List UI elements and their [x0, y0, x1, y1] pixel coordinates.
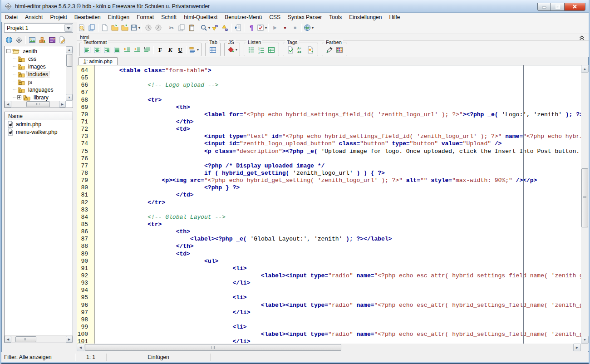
objects-button[interactable]: [37, 35, 47, 45]
collapse-icon[interactable]: [6, 49, 10, 53]
menu-tools[interactable]: Tools: [325, 13, 345, 21]
tree-scroll-down-icon[interactable]: ▼: [66, 94, 73, 101]
editor-scroll-up-icon[interactable]: ▲: [581, 65, 589, 73]
preview-browser-dropdown[interactable]: ▾: [312, 26, 314, 30]
open-folder-alt-button[interactable]: [120, 23, 130, 33]
preview-browser-button[interactable]: ▾: [303, 23, 314, 33]
list-ol-button[interactable]: 123: [256, 45, 266, 55]
tree-vertical-scrollbar[interactable]: ▲ ▼: [66, 46, 73, 101]
menu-schrift[interactable]: Schrift: [157, 13, 180, 21]
minimize-button[interactable]: [537, 3, 551, 11]
tree-scroll-up-icon[interactable]: ▲: [66, 46, 73, 53]
file-scroll-left-icon[interactable]: ◀: [5, 336, 11, 343]
image-button[interactable]: [27, 35, 37, 45]
paste-button[interactable]: [187, 23, 197, 33]
id-up-button[interactable]: ID: [220, 23, 230, 33]
editor-scroll-right-icon[interactable]: ▶: [573, 344, 581, 351]
tab-admin-php[interactable]: 1: admin.php: [79, 57, 118, 65]
menu-syntax-parser[interactable]: Syntax Parser: [284, 13, 325, 21]
editor-vertical-scrollbar[interactable]: ▲ ▼: [581, 65, 589, 344]
edit-page-button[interactable]: [57, 35, 67, 45]
file-scroll-right-icon[interactable]: ▶: [66, 336, 73, 343]
tag-insert-button[interactable]: [305, 45, 315, 55]
list-style-button[interactable]: ▾: [188, 45, 199, 55]
indent-button[interactable]: [132, 45, 142, 55]
menu-einstellungen[interactable]: Einstellungen: [345, 13, 385, 21]
menu-einf-gen[interactable]: Einfügen: [104, 13, 133, 21]
align-left-button[interactable]: [82, 45, 92, 55]
tree-scroll-left-icon[interactable]: ◀: [5, 101, 11, 108]
validate-button[interactable]: ▾: [256, 23, 267, 33]
maximize-button[interactable]: [551, 3, 565, 11]
js-script-button[interactable]: ▾: [227, 45, 237, 55]
editor-scroll-left-icon[interactable]: ◀: [77, 344, 84, 351]
list-table-button[interactable]: [266, 45, 276, 55]
search-button[interactable]: ▾: [200, 23, 210, 33]
bold-f-button[interactable]: F: [155, 45, 165, 55]
menu-ansicht[interactable]: Ansicht: [21, 13, 46, 21]
editor-scroll-down-icon[interactable]: ▼: [581, 336, 589, 344]
align-center-button[interactable]: [92, 45, 102, 55]
js-script-dropdown[interactable]: ▾: [236, 48, 237, 52]
project-selector-dropdown[interactable]: [64, 24, 72, 32]
code-viewer-button[interactable]: [47, 35, 57, 45]
file-item-menu-walker.php[interactable]: menu-walker.php: [5, 128, 73, 136]
copy-button[interactable]: [177, 23, 187, 33]
play-button[interactable]: ▶: [270, 23, 280, 33]
tree-item-library[interactable]: library: [5, 93, 66, 101]
code-editing-area[interactable]: <table class="form-table"> <!-- Logo upl…: [95, 65, 581, 344]
tree-item-images[interactable]: images: [5, 63, 66, 70]
pilcrow-button[interactable]: ¶: [246, 23, 256, 33]
menu-benutzer-men-[interactable]: Benutzer-Menü: [221, 13, 266, 21]
menu-format[interactable]: Format: [133, 13, 157, 21]
tree-hscroll-thumb[interactable]: [26, 101, 50, 107]
collapse-toolbar-icon[interactable]: [579, 34, 585, 41]
editor-hscroll-thumb[interactable]: [85, 344, 341, 351]
tree-item-includes[interactable]: includes: [5, 70, 66, 78]
title-bar[interactable]: html-editor phase 5.6.2.3 © hdb - köln ¤…: [0, 0, 590, 13]
tag-attributes-button[interactable]: A=A=: [295, 45, 305, 55]
menu-projekt[interactable]: Projekt: [46, 13, 70, 21]
align-right-button[interactable]: [102, 45, 112, 55]
tag-check-button[interactable]: [285, 45, 295, 55]
stop-button[interactable]: ■: [290, 23, 300, 33]
save-button[interactable]: ▾: [130, 23, 140, 33]
id-down-button[interactable]: ID: [210, 23, 220, 33]
file-hscroll-thumb[interactable]: [15, 336, 36, 342]
menu-hilfe[interactable]: Hilfe: [385, 13, 403, 21]
documents-button[interactable]: [87, 23, 97, 33]
save-dropdown[interactable]: ▾: [138, 26, 140, 30]
italic-k-button[interactable]: K: [165, 45, 175, 55]
underline-u-button[interactable]: U: [175, 45, 185, 55]
file-list-horizontal-scrollbar[interactable]: ◀ ▶: [5, 335, 73, 343]
menu-html-quelltext[interactable]: html-Quelltext: [180, 13, 221, 21]
file-list-header[interactable]: Name: [5, 112, 73, 120]
align-justify-button[interactable]: [112, 45, 122, 55]
tree-item-languages[interactable]: languages: [5, 86, 66, 93]
outdent-button[interactable]: [122, 45, 132, 55]
file-item-admin.php[interactable]: admin.php: [5, 120, 73, 128]
project-selector[interactable]: Projekt 1: [4, 23, 73, 33]
validate-dropdown[interactable]: ▾: [265, 26, 267, 30]
tree-scroll-right-icon[interactable]: ▶: [59, 101, 66, 108]
expand-icon[interactable]: [17, 95, 21, 99]
tree-item-zenith[interactable]: zenith: [5, 47, 66, 55]
close-button[interactable]: [565, 3, 585, 11]
indent-para-button[interactable]: [142, 45, 152, 55]
cut-button[interactable]: ✂: [167, 23, 177, 33]
color-palette-button[interactable]: [334, 45, 344, 55]
list-style-dropdown[interactable]: ▾: [197, 48, 199, 52]
browser-globe-button[interactable]: [4, 35, 14, 45]
record-button[interactable]: ●: [280, 23, 290, 33]
insert-doc-button[interactable]: [233, 23, 243, 33]
table-grid-button[interactable]: [208, 45, 218, 55]
find-in-files-button[interactable]: [77, 23, 87, 33]
editor-vscroll-thumb[interactable]: [581, 168, 588, 227]
history-forward-button[interactable]: [153, 23, 163, 33]
open-folder-button[interactable]: [110, 23, 120, 33]
list-ul-button[interactable]: [246, 45, 256, 55]
menu-css[interactable]: CSS: [266, 13, 284, 21]
menu-bearbeiten[interactable]: Bearbeiten: [71, 13, 104, 21]
tree-item-js[interactable]: js: [5, 78, 66, 86]
tree-item-css[interactable]: css: [5, 55, 66, 63]
